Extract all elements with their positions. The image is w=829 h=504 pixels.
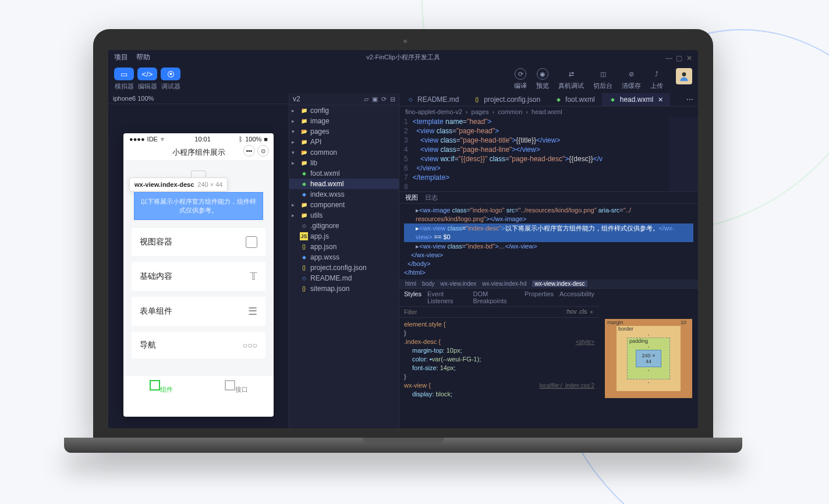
window-title: v2-FinClip小程序开发工具 (366, 53, 440, 62)
wifi-icon: ᯤ (160, 136, 166, 143)
svg-point-0 (682, 72, 686, 76)
tab-head-wxml[interactable]: ◆head.wxml✕ (602, 93, 670, 106)
folder-common[interactable]: ▾📂common (289, 147, 399, 158)
devtools-panel: 视图 日志 ▸<wx-image class="index-logo" src=… (399, 191, 698, 428)
tab-component[interactable]: 组件 (123, 375, 199, 399)
bluetooth-icon: ᛒ (239, 136, 243, 143)
window-controls: — ▢ ✕ (665, 54, 692, 60)
list-item[interactable]: 基础内容𝕋 (132, 262, 265, 291)
editor-tabs: ◇README.md {}project.config.json ◆foot.w… (399, 93, 698, 107)
refresh-icon[interactable]: ⟳ (381, 95, 387, 103)
dom-tree[interactable]: ▸<wx-image class="index-logo" src="../re… (399, 204, 698, 279)
mode-editor-label: 编辑器 (137, 82, 157, 91)
more-icon: ○○○ (243, 340, 257, 350)
clear-cache-button[interactable]: ⊘清缓存 (622, 68, 641, 90)
styles-filter-input[interactable] (404, 308, 566, 316)
folder-component[interactable]: ▸📁component (289, 200, 399, 210)
mode-editor-button[interactable]: </> (137, 68, 157, 80)
grid-icon (150, 380, 160, 391)
close-icon[interactable]: ✕ (686, 54, 692, 60)
capsule-close-button[interactable]: ⊙ (257, 145, 269, 157)
mode-debugger-button[interactable]: ⦿ (161, 68, 180, 80)
styles-tab-a11y[interactable]: Accessibility (559, 290, 594, 304)
css-rules[interactable]: element.style { } .index-desc {<style> m… (399, 318, 599, 401)
remote-debug-button[interactable]: ⇄真机调试 (558, 68, 584, 90)
tab-api[interactable]: 接口 (199, 375, 274, 399)
file-project-config[interactable]: {}project.config.json (289, 262, 399, 273)
dom-breadcrumb[interactable]: html body wx-view.index wx-view.index-hd… (399, 279, 698, 288)
chip-icon (225, 380, 235, 391)
page-title: 小程序组件展示 ••• ⊙ (123, 145, 274, 160)
inspect-tooltip: wx-view.index-desc240 × 44 (129, 178, 228, 191)
devtools-tab-wxml[interactable]: 视图 (405, 193, 418, 202)
mode-simulator-button[interactable]: ▭ (114, 68, 134, 80)
folder-config[interactable]: ▸📁config (289, 105, 399, 116)
mode-simulator-label: 模拟器 (114, 82, 134, 91)
minimize-icon[interactable]: — (665, 54, 671, 60)
list-item[interactable]: 导航○○○ (132, 332, 265, 359)
upload-button[interactable]: ⤴上传 (650, 68, 663, 90)
simulator-device[interactable]: iphone6 100% (108, 93, 289, 104)
preview-button[interactable]: ◉预览 (536, 68, 549, 90)
styles-filter-controls[interactable]: :hov .cls ＋ (566, 308, 594, 316)
capsule-menu-button[interactable]: ••• (243, 145, 255, 157)
file-app-json[interactable]: {}app.json (289, 242, 399, 252)
tab-close-icon[interactable]: ✕ (658, 96, 663, 104)
menu-project[interactable]: 项目 (114, 52, 128, 62)
mode-debugger-label: 调试器 (161, 82, 180, 91)
phone-preview: ●●●●IDEᯤ 10:01 ᛒ100%■ 小程序组件展示 ••• ⊙ (123, 133, 274, 417)
tab-foot-wxml[interactable]: ◆foot.wxml (547, 93, 602, 106)
compile-button[interactable]: ⟳编译 (514, 68, 527, 90)
list-item[interactable]: 表单组件☰ (132, 297, 265, 326)
file-head-wxml[interactable]: ◆head.wxml (289, 179, 399, 189)
background-button[interactable]: ◫切后台 (593, 68, 612, 90)
selected-element[interactable]: 以下将展示小程序官方组件能力，组件样式仅供参考。 (134, 192, 263, 220)
menu-icon: ☰ (248, 305, 257, 318)
file-sitemap[interactable]: {}sitemap.json (289, 283, 399, 294)
styles-tab-styles[interactable]: Styles (404, 290, 421, 304)
maximize-icon[interactable]: ▢ (676, 54, 682, 60)
box-model: 10 - - 240 × 44- - (599, 289, 698, 428)
new-folder-icon[interactable]: ▣ (372, 95, 378, 103)
tabs-overflow-icon[interactable]: ⋯ (682, 95, 698, 104)
simulator-panel: iphone6 100% ●●●●IDEᯤ 10:01 ᛒ100%■ 小程序组件… (108, 93, 289, 428)
breadcrumb: fino-applet-demo-v2› pages› common› head… (399, 107, 698, 117)
minimap[interactable] (669, 117, 698, 191)
line-gutter: 12345678 (399, 117, 413, 191)
container-icon (246, 236, 257, 248)
file-gitignore[interactable]: ◇.gitignore (289, 221, 399, 231)
file-explorer: v2 ▱ ▣ ⟳ ⊟ ▸📁config ▸📁image ▾📂pages ▸📁AP… (289, 93, 399, 428)
collapse-icon[interactable]: ⊟ (390, 95, 395, 103)
folder-image[interactable]: ▸📁image (289, 116, 399, 126)
folder-api[interactable]: ▸📁API (289, 137, 399, 147)
laptop-frame: 项目 帮助 v2-FinClip小程序开发工具 — ▢ ✕ ▭ </> ⦿ (93, 29, 713, 453)
file-app-wxss[interactable]: ◆app.wxss (289, 252, 399, 262)
menu-help[interactable]: 帮助 (136, 52, 150, 62)
file-index-wxss[interactable]: ◆index.wxss (289, 189, 399, 200)
status-time: 10:01 (194, 136, 211, 143)
styles-tab-listeners[interactable]: Event Listeners (427, 290, 467, 304)
avatar[interactable] (676, 68, 692, 84)
menubar: 项目 帮助 v2-FinClip小程序开发工具 — ▢ ✕ (108, 50, 698, 64)
text-icon: 𝕋 (250, 270, 257, 283)
folder-pages[interactable]: ▾📂pages (289, 126, 399, 137)
tab-project-config[interactable]: {}project.config.json (466, 93, 547, 106)
new-file-icon[interactable]: ▱ (364, 95, 369, 103)
folder-lib[interactable]: ▸📁lib (289, 158, 399, 168)
tab-readme[interactable]: ◇README.md (399, 93, 466, 106)
file-app-js[interactable]: JSapp.js (289, 231, 399, 242)
ide-window: 项目 帮助 v2-FinClip小程序开发工具 — ▢ ✕ ▭ </> ⦿ (108, 50, 698, 428)
folder-utils[interactable]: ▸📁utils (289, 210, 399, 221)
code-editor[interactable]: <template name="head"> <view class="page… (413, 117, 669, 191)
devtools-tab-console[interactable]: 日志 (425, 193, 438, 202)
list-item[interactable]: 视图容器 (132, 228, 265, 256)
file-readme[interactable]: ◇README.md (289, 273, 399, 283)
file-foot-wxml[interactable]: ◆foot.wxml (289, 168, 399, 179)
project-root[interactable]: v2 (293, 95, 300, 103)
styles-tab-properties[interactable]: Properties (525, 290, 554, 304)
styles-tab-breakpoints[interactable]: DOM Breakpoints (473, 290, 519, 304)
toolbar: ▭ </> ⦿ 模拟器 编辑器 调试器 ⟳编译 ◉预览 ⇄真机调试 ◫切后台 (108, 64, 698, 93)
